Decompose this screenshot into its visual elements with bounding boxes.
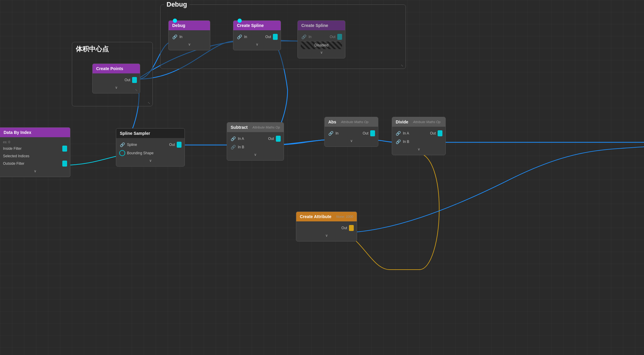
debug-node-body: 🔗 In ∨ [169,30,210,50]
create-spline-2-node: Create Spline 🔗 In Out Disabled ∨ [297,20,345,58]
create-spline-1-port-row: 🔗 In Out [236,33,278,41]
create-attribute-out[interactable]: Out [341,225,354,231]
create-spline-1-label: Create Spline [237,23,264,28]
create-points-out[interactable]: Out [125,77,137,83]
abs-header: Abs Attribute Maths Op [325,117,378,127]
create-spline-2-chevron[interactable]: ∨ [301,49,342,56]
data-by-index-outside-connector[interactable] [62,161,67,167]
create-spline-1-in-icon: 🔗 [236,34,242,40]
create-spline-1-dot [238,19,242,23]
divide-ina-icon: 🔗 [395,130,401,136]
subtract-inb-row: 🔗 In B [230,143,281,151]
abs-chevron[interactable]: ∨ [328,138,375,144]
create-points-chevron[interactable]: ∨ [96,84,137,91]
create-spline-2-out-connector [337,34,342,40]
create-attribute-label: Create Attribute [300,214,331,219]
spline-sampler-node: Spline Sampler 🔗 Spline Out Bounding Sha… [116,128,185,167]
create-spline-2-in-icon: 🔗 [301,34,307,40]
debug-in-icon: 🔗 [172,34,178,40]
abs-in-row: 🔗 In Out [328,129,375,138]
subtract-chevron[interactable]: ∨ [230,151,281,158]
debug-port-in[interactable]: 🔗 In [172,34,182,40]
data-by-index-outside-label: Outside Filter [3,161,62,166]
spline-sampler-bounding-row: Bounding Shape [119,149,182,157]
create-spline-2-out[interactable]: Out [330,34,342,40]
subtract-ina-row: 🔗 In A Out [230,135,281,143]
divide-label: Divide [396,120,408,124]
spline-sampler-label: Spline Sampler [120,131,150,136]
abs-subtext: Attribute Maths Op [341,120,368,124]
abs-in-icon: 🔗 [328,130,334,136]
spline-sampler-bounding-icon [119,150,125,156]
divide-node: Divide Attribute Maths Op 🔗 In A Out 🔗 I… [392,117,446,155]
abs-label: Abs [328,120,336,124]
divide-inb-row: 🔗 In B [395,138,442,146]
create-spline-1-in-label: In [244,35,247,39]
create-spline-2-in-label: In [309,35,312,39]
subtract-ina-icon: 🔗 [230,136,236,142]
debug-group-title: Debug [164,1,189,8]
create-points-header: Create Points [93,64,140,73]
subtract-subtext: Attribute Maths Op [253,126,280,129]
create-attribute-out-label: Out [341,226,347,230]
subtract-inb-icon: 🔗 [230,144,236,150]
subtract-label: Subtract [231,125,248,130]
debug-node-dot [173,19,177,23]
spline-sampler-bounding[interactable]: Bounding Shape [119,150,154,156]
subtract-ina-label: In A [238,137,244,141]
data-by-index-label: Data By Index [4,130,31,135]
spline-sampler-spline-icon: 🔗 [119,142,125,148]
subtract-out[interactable]: Out [268,136,280,142]
data-by-index-selected-row: Selected Indices [3,153,67,159]
create-spline-2-header: Create Spline [298,21,345,30]
jikai-group-title: 体积中心点 [72,42,152,56]
create-spline-1-chevron[interactable]: ∨ [236,41,278,48]
spline-sampler-chevron[interactable]: ∨ [119,157,182,164]
divide-in-a[interactable]: 🔗 In A [395,130,409,136]
create-points-resize[interactable]: ⤡ [135,88,139,92]
data-by-index-selected-label: Selected Indices [3,154,67,158]
subtract-in-b[interactable]: 🔗 In B [230,144,244,150]
create-attribute-out-row: Out [299,224,354,232]
subtract-body: 🔗 In A Out 🔗 In B ∨ [227,132,284,160]
abs-out-label: Out [363,131,368,135]
data-by-index-outside-row: Outside Filter [3,159,67,168]
debug-port-in-row: 🔗 In [172,33,207,41]
abs-body: 🔗 In Out ∨ [325,127,378,146]
divide-body: 🔗 In A Out 🔗 In B ∨ [392,127,445,155]
subtract-out-label: Out [268,137,274,141]
divide-chevron[interactable]: ∨ [395,146,442,152]
create-points-node: Create Points Out ∨ ⤡ [92,64,140,93]
abs-out[interactable]: Out [363,130,375,136]
divide-in-b[interactable]: 🔗 In B [395,139,409,145]
data-by-index-subtext: es: 0 [3,140,67,144]
debug-group-resize[interactable]: ⤡ [401,64,404,67]
subtract-in-a[interactable]: 🔗 In A [230,136,244,142]
create-points-out-label: Out [125,78,130,82]
data-by-index-inside-label: Inside Filter [3,146,62,151]
subtract-inb-label: In B [238,145,244,149]
create-spline-1-body: 🔗 In Out ∨ [233,30,281,50]
data-by-index-inside-row: Inside Filter [3,144,67,153]
data-by-index-body: es: 0 Inside Filter Selected Indices Out… [0,137,70,177]
jikai-group-resize[interactable]: ⤡ [148,101,151,105]
create-spline-2-port-row: 🔗 In Out [301,33,342,41]
divide-out-label: Out [430,131,436,135]
spline-sampler-spline-in[interactable]: 🔗 Spline [119,142,137,148]
create-spline-2-in[interactable]: 🔗 In [301,34,312,40]
create-spline-1-node: Create Spline 🔗 In Out ∨ [233,20,281,50]
create-attribute-out-connector [349,225,354,231]
debug-chevron[interactable]: ∨ [172,41,207,48]
create-attribute-chevron[interactable]: ∨ [299,232,354,239]
spline-sampler-out[interactable]: Out [169,142,182,148]
spline-sampler-out-label: Out [169,143,175,147]
data-by-index-inside-connector[interactable] [62,146,67,152]
divide-out[interactable]: Out [430,130,442,136]
create-spline-1-out[interactable]: Out [265,34,278,40]
abs-in[interactable]: 🔗 In [328,130,338,136]
create-spline-1-in[interactable]: 🔗 In [236,34,247,40]
data-by-index-chevron[interactable]: ∨ [3,168,67,174]
data-by-index-node: Data By Index es: 0 Inside Filter Select… [0,127,70,177]
create-attribute-body: Out ∨ [296,221,357,241]
spline-sampler-spline-row: 🔗 Spline Out [119,141,182,149]
